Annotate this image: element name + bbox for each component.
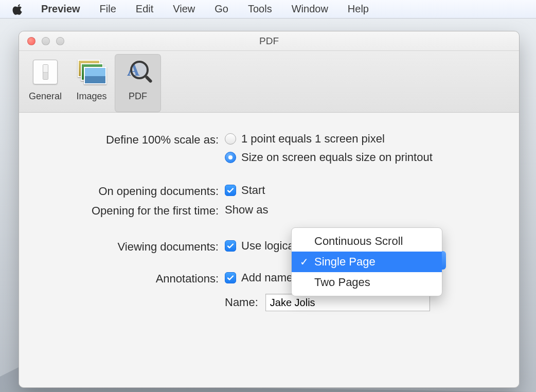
tab-images-label: Images	[69, 91, 114, 102]
dropdown-arrow-icon	[442, 251, 446, 270]
tab-pdf[interactable]: A PDF	[115, 54, 161, 112]
first-time-prefix: Show as	[225, 203, 268, 217]
general-icon	[30, 57, 60, 87]
start-last-page-label: Start	[241, 184, 265, 197]
dropdown-option-continuous-scroll-label: Continuous Scroll	[314, 235, 403, 248]
menu-window[interactable]: Window	[292, 3, 328, 15]
logical-page-numbers-checkbox[interactable]	[225, 240, 236, 252]
dropdown-option-single-page[interactable]: ✓ Single Page	[292, 252, 442, 272]
annotation-name-input[interactable]	[265, 294, 430, 311]
window-title: PDF	[19, 35, 519, 47]
images-icon	[77, 57, 106, 87]
menubar: Preview File Edit View Go Tools Window H…	[0, 0, 536, 19]
name-field-label: Name:	[225, 296, 258, 309]
apple-logo-icon[interactable]	[12, 4, 24, 15]
menu-view[interactable]: View	[173, 3, 195, 15]
prefs-toolbar: General Images A PDF	[19, 51, 519, 113]
preferences-window: PDF General Images A	[19, 31, 520, 388]
menu-help[interactable]: Help	[348, 3, 369, 15]
dropdown-option-continuous-scroll[interactable]: Continuous Scroll	[292, 231, 442, 252]
dropdown-option-two-pages[interactable]: Two Pages	[292, 272, 442, 293]
scale-radio-printout[interactable]	[225, 152, 236, 163]
desktop-background: PDF General Images A	[0, 19, 536, 392]
opening-label: On opening documents:	[40, 184, 225, 198]
tab-general[interactable]: General	[22, 54, 68, 103]
show-as-dropdown-menu: Continuous Scroll ✓ Single Page Two Page…	[291, 227, 442, 296]
menu-tools[interactable]: Tools	[248, 3, 272, 15]
checkmark-icon: ✓	[299, 256, 309, 268]
annotations-label: Annotations:	[40, 271, 225, 286]
dropdown-option-single-page-label: Single Page	[314, 255, 376, 269]
scale-radio-printout-label: Size on screen equals size on printout	[241, 151, 433, 164]
start-last-page-checkbox[interactable]	[225, 185, 236, 196]
scale-radio-point-pixel[interactable]	[225, 133, 236, 145]
minimize-window-button[interactable]	[42, 37, 50, 45]
pdf-icon: A	[123, 57, 153, 87]
first-time-label: Opening for the first time:	[40, 203, 225, 218]
tab-images[interactable]: Images	[68, 54, 115, 103]
scale-radio-point-pixel-label: 1 point equals 1 screen pixel	[241, 132, 385, 146]
tab-general-label: General	[23, 91, 67, 102]
titlebar: PDF	[19, 31, 519, 51]
dropdown-option-two-pages-label: Two Pages	[314, 276, 370, 289]
close-window-button[interactable]	[27, 37, 35, 45]
tab-pdf-label: PDF	[116, 91, 160, 102]
add-name-annotations-checkbox[interactable]	[225, 272, 236, 283]
menu-app[interactable]: Preview	[41, 3, 80, 15]
menu-go[interactable]: Go	[215, 3, 228, 15]
viewing-label: Viewing documents:	[40, 239, 225, 254]
menu-edit[interactable]: Edit	[136, 3, 153, 15]
zoom-window-button[interactable]	[56, 37, 64, 45]
menu-file[interactable]: File	[100, 3, 116, 15]
scale-label: Define 100% scale as:	[40, 132, 225, 147]
traffic-lights	[27, 37, 64, 45]
prefs-content: Define 100% scale as: 1 point equals 1 s…	[19, 113, 519, 387]
